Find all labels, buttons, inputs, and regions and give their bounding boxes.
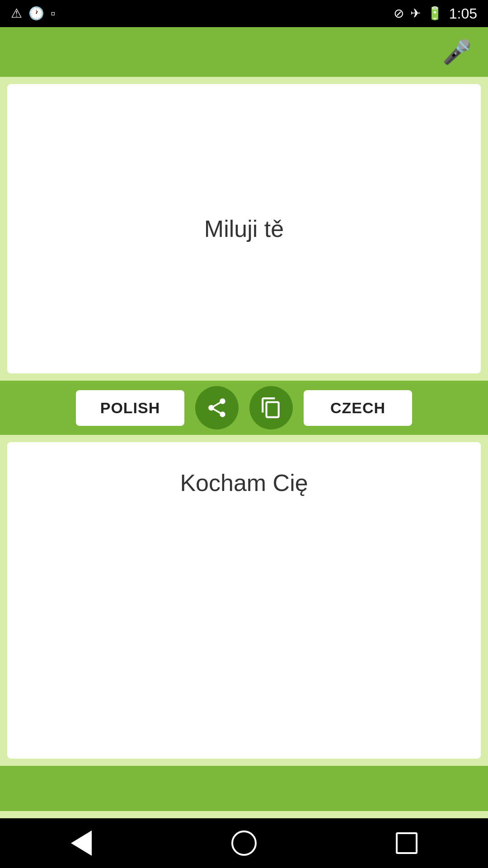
battery-icon: 🔋 (427, 7, 443, 20)
czech-translation-text: Miluji tě (186, 197, 302, 260)
status-bar: ⚠ 🕐 ▫ ⊘ ✈ 🔋 1:05 (0, 0, 488, 27)
app-toolbar: 🎤 (0, 27, 488, 77)
bottom-green-bar (0, 766, 488, 811)
copy-icon (260, 396, 282, 419)
language-bar: POLISH CZECH (0, 381, 488, 435)
share-button[interactable] (195, 386, 239, 429)
status-time: 1:05 (449, 5, 477, 22)
no-sim-icon: ⊘ (394, 7, 404, 20)
share-icon (206, 396, 228, 419)
top-translation-box: Miluji tě (7, 84, 481, 373)
back-button[interactable] (63, 825, 99, 861)
czech-language-button[interactable]: CZECH (304, 390, 412, 426)
status-right-icons: ⊘ ✈ 🔋 1:05 (394, 5, 477, 22)
home-button[interactable] (226, 825, 262, 861)
status-left-icons: ⚠ 🕐 ▫ (11, 7, 55, 20)
copy-button[interactable] (249, 386, 293, 429)
warning-icon: ⚠ (11, 7, 22, 20)
nav-bar (0, 818, 488, 868)
recents-button[interactable] (389, 825, 425, 861)
clock-icon: 🕐 (28, 7, 44, 20)
main-content: Miluji tě POLISH CZECH Kocham Cię (0, 77, 488, 818)
bottom-translation-box: Kocham Cię (7, 442, 481, 759)
polish-language-button[interactable]: POLISH (76, 390, 184, 426)
sd-card-icon: ▫ (51, 7, 55, 20)
microphone-icon[interactable]: 🎤 (442, 38, 472, 66)
airplane-icon: ✈ (410, 7, 421, 20)
polish-translation-text: Kocham Cię (162, 469, 326, 496)
